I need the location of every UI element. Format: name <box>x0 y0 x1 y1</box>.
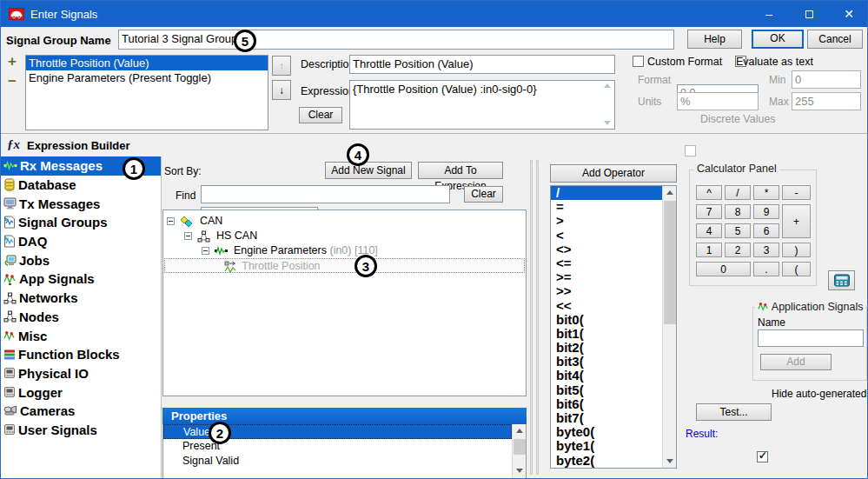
app-signal-add-button[interactable]: Add <box>760 354 832 370</box>
description-input[interactable]: Throttle Position (Value) <box>349 55 615 74</box>
operator-item[interactable]: << <box>551 299 662 313</box>
calc-key-3[interactable]: 3 <box>753 243 779 257</box>
calculator-popup-button[interactable] <box>828 270 855 290</box>
signal-list-item[interactable]: Throttle Position (Value) <box>26 56 268 70</box>
tree-node-hs-can[interactable]: HS CAN <box>184 229 257 243</box>
calc-key-caret[interactable]: ^ <box>696 185 722 200</box>
expression-clear-button[interactable]: Clear <box>299 107 342 123</box>
cancel-button[interactable]: Cancel <box>807 30 863 49</box>
operator-scrollbar[interactable] <box>662 186 677 468</box>
scrollbar-thumb[interactable] <box>664 201 676 324</box>
calc-key-open-paren[interactable]: ( <box>782 262 811 276</box>
operator-item[interactable]: bit0( <box>551 313 662 327</box>
app-signal-name-input[interactable] <box>758 329 864 347</box>
calc-key-divide[interactable]: / <box>725 185 751 200</box>
sidebar-item-signal-groups[interactable]: Signal Groups <box>1 213 161 232</box>
operator-item[interactable]: <= <box>551 256 662 270</box>
add-new-signal-button[interactable]: Add New Signal <box>325 162 412 179</box>
scroll-up-icon[interactable] <box>513 424 527 437</box>
close-button[interactable]: ✕ <box>829 1 868 27</box>
calc-key-plus[interactable]: + <box>782 204 811 238</box>
operator-item[interactable]: >> <box>551 284 662 298</box>
sidebar-item-misc[interactable]: Misc <box>1 326 161 345</box>
operator-item[interactable]: bit5( <box>551 383 662 397</box>
operator-item[interactable]: bit3( <box>551 355 662 369</box>
calc-key-multiply[interactable]: * <box>753 185 779 200</box>
operator-item[interactable]: > <box>551 214 662 228</box>
operator-item[interactable]: byte2( <box>551 454 662 468</box>
calc-key-1[interactable]: 1 <box>696 243 722 257</box>
sidebar-item-networks[interactable]: Networks <box>1 289 161 308</box>
ok-button[interactable]: OK <box>752 30 804 49</box>
add-signal-button[interactable]: + <box>8 53 22 69</box>
operator-item[interactable]: bit2( <box>551 341 662 355</box>
properties-scrollbar[interactable] <box>512 424 527 479</box>
operator-item[interactable]: = <box>551 200 662 214</box>
sidebar-item-physical-io[interactable]: Physical IO <box>1 364 161 383</box>
tree-node-engine-parameters[interactable]: Engine Parameters (in0) [110] <box>202 243 378 258</box>
operator-item[interactable]: byte1( <box>551 439 662 453</box>
sidebar-item-jobs[interactable]: Jobs <box>1 250 161 269</box>
calc-key-0[interactable]: 0 <box>696 262 751 276</box>
add-to-expression-button[interactable]: Add To Expression <box>418 162 503 179</box>
operator-item[interactable]: bit4( <box>551 369 662 383</box>
discrete-values-checkbox[interactable] <box>685 145 696 156</box>
signal-group-name-input[interactable]: Tutorial 3 Signal Group <box>118 30 674 50</box>
calc-key-dot[interactable]: . <box>753 262 779 276</box>
splitter-handle[interactable] <box>530 160 533 475</box>
move-up-button[interactable]: ↑ <box>272 56 291 76</box>
scrollbar-thumb[interactable] <box>514 439 526 455</box>
sidebar-item-nodes[interactable]: Nodes <box>1 308 161 327</box>
operator-item[interactable]: byte0( <box>551 425 662 439</box>
expression-scroll-up-icon[interactable] <box>604 83 611 88</box>
custom-format-checkbox[interactable] <box>633 56 644 67</box>
expression-scroll-down-icon[interactable] <box>604 121 611 125</box>
expression-input[interactable]: {Throttle Position (Value) :in0-sig0-0} <box>349 80 615 130</box>
collapse-icon[interactable] <box>167 217 175 225</box>
tree-node-can[interactable]: CAN <box>167 214 222 229</box>
calc-key-7[interactable]: 7 <box>696 204 722 219</box>
calc-key-4[interactable]: 4 <box>696 223 722 238</box>
scroll-down-icon[interactable] <box>663 455 677 468</box>
operator-item[interactable]: <> <box>551 243 662 256</box>
sidebar-item-cameras[interactable]: Cameras <box>1 402 161 421</box>
tree-node-throttle-position[interactable]: Throttle Position <box>164 258 525 273</box>
maximize-button[interactable] <box>789 1 829 27</box>
collapse-icon[interactable] <box>202 247 209 255</box>
units-input[interactable]: % <box>677 92 759 110</box>
calc-key-6[interactable]: 6 <box>753 223 779 238</box>
collapse-icon[interactable] <box>184 232 192 240</box>
signal-list-item[interactable]: Engine Parameters (Present Toggle) <box>26 70 268 85</box>
test-button[interactable]: Test... <box>696 403 772 421</box>
help-button[interactable]: Help <box>687 30 742 49</box>
operator-item[interactable]: / <box>551 186 662 200</box>
sidebar-item-app-signals[interactable]: App Signals <box>1 269 161 289</box>
splitter-handle[interactable] <box>536 160 539 475</box>
calc-key-5[interactable]: 5 <box>725 223 751 238</box>
remove-signal-button[interactable]: − <box>8 73 22 89</box>
operator-item[interactable]: < <box>551 229 662 243</box>
property-item[interactable]: Signal Valid <box>163 454 526 469</box>
move-down-button[interactable]: ↓ <box>272 80 291 100</box>
operator-item[interactable]: bit1( <box>551 327 662 341</box>
operator-item[interactable]: bit7( <box>551 411 662 425</box>
operator-item[interactable]: >= <box>551 270 662 284</box>
calc-key-9[interactable]: 9 <box>753 204 779 219</box>
scroll-up-icon[interactable] <box>663 186 677 199</box>
sidebar-item-tx-messages[interactable]: Tx Messages <box>1 194 161 213</box>
sidebar-item-logger[interactable]: Logger <box>1 383 161 402</box>
find-input[interactable] <box>201 185 450 203</box>
sidebar-item-daq[interactable]: DAQ <box>1 232 161 251</box>
calc-key-2[interactable]: 2 <box>725 243 751 257</box>
sidebar-item-user-signals[interactable]: User Signals <box>1 421 161 440</box>
minimize-button[interactable]: – <box>749 1 789 27</box>
operator-item[interactable]: bit6( <box>551 397 662 411</box>
add-operator-button[interactable]: Add Operator <box>550 164 677 183</box>
find-clear-button[interactable]: Clear <box>464 186 503 203</box>
min-input[interactable]: 0 <box>792 70 861 89</box>
calc-key-8[interactable]: 8 <box>725 204 751 219</box>
sidebar-item-function-blocks[interactable]: Function Blocks <box>1 345 161 364</box>
calc-key-close-paren[interactable]: ) <box>782 243 811 257</box>
calc-key-minus[interactable]: - <box>782 185 811 200</box>
max-input[interactable]: 255 <box>792 92 861 110</box>
